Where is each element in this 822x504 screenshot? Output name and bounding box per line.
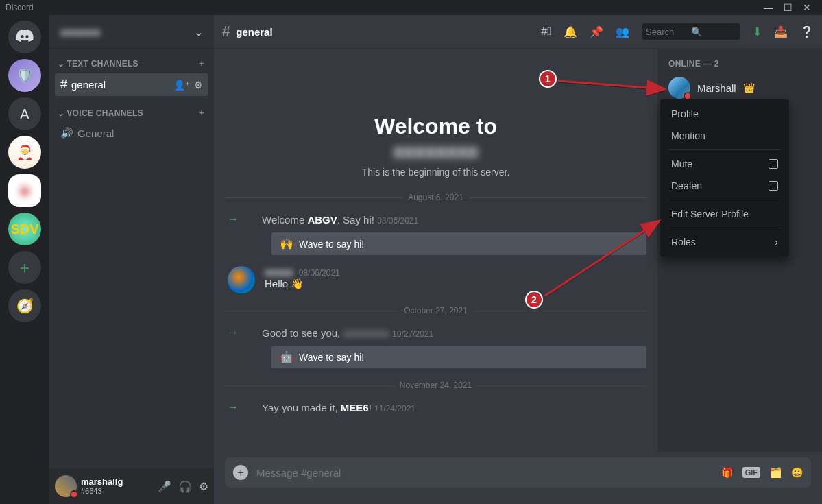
- guild-item-selected[interactable]: ■: [8, 174, 41, 207]
- member-name: Marshall: [697, 82, 736, 94]
- system-message: → Yay you made it, MEE6! 11/24/2021: [225, 397, 646, 418]
- system-message: → Good to see you, xxxxxxxxx 10/27/2021: [225, 322, 646, 343]
- voice-channels-category[interactable]: ⌄VOICE CHANNELS ＋: [55, 103, 208, 123]
- search-input[interactable]: Search🔍: [642, 23, 740, 40]
- guild-item[interactable]: A: [8, 97, 41, 130]
- explore-servers-button[interactable]: 🧭: [8, 289, 41, 322]
- add-server-button[interactable]: ＋: [8, 251, 41, 284]
- threads-icon[interactable]: #⃣: [541, 25, 551, 38]
- hash-icon: #: [60, 77, 67, 92]
- svg-line-0: [558, 81, 665, 89]
- wave-emoji-icon: 🤖: [280, 350, 293, 363]
- checkbox-icon: [769, 159, 778, 169]
- chevron-right-icon: ›: [775, 237, 778, 248]
- members-header: ONLINE — 2: [663, 59, 817, 74]
- channel-settings-icon[interactable]: ⚙: [194, 80, 203, 91]
- welcome-subtitle: This is the beginning of this server.: [225, 167, 646, 178]
- annotation-badge-2: 2: [525, 291, 543, 309]
- gift-icon[interactable]: 🎁: [721, 467, 733, 478]
- annotation-badge-1: 1: [539, 70, 557, 88]
- chevron-down-icon: ⌄: [194, 25, 203, 38]
- user-settings-icon[interactable]: ⚙: [199, 480, 208, 493]
- channel-general[interactable]: # general 👤⁺ ⚙: [55, 73, 208, 96]
- date-divider: October 27, 2021: [404, 306, 468, 315]
- annotation-arrow-1: [558, 73, 672, 96]
- window-close-icon[interactable]: ✕: [797, 2, 817, 13]
- channel-title: general: [236, 26, 272, 38]
- discord-home-button[interactable]: [8, 21, 41, 53]
- search-icon: 🔍: [691, 27, 736, 37]
- user-context-menu: Profile Mention Mute Deafen Edit Server …: [660, 99, 789, 257]
- member-row[interactable]: Marshall 👑 Profile Mention Mute Deafen E…: [663, 74, 817, 101]
- create-invite-icon[interactable]: 👤⁺: [173, 80, 190, 91]
- date-divider: November 24, 2021: [400, 381, 472, 390]
- channel-label: General: [77, 128, 114, 139]
- mute-icon[interactable]: 🎤: [158, 480, 171, 493]
- speaker-icon: 🔊: [60, 127, 73, 139]
- ctx-deafen[interactable]: Deafen: [664, 175, 785, 197]
- ctx-mute[interactable]: Mute: [664, 153, 785, 175]
- ctx-profile[interactable]: Profile: [664, 103, 785, 125]
- wave-button[interactable]: 🤖Wave to say hi!: [271, 346, 646, 368]
- message-composer[interactable]: ＋ Message #general 🎁 GIF 🗂️ 😀: [225, 457, 811, 488]
- user-tag: #6643: [81, 487, 154, 495]
- gif-button[interactable]: GIF: [742, 467, 760, 478]
- join-arrow-icon: →: [228, 213, 239, 226]
- guild-item[interactable]: SDV: [8, 213, 41, 245]
- date-divider: August 6, 2021: [408, 193, 463, 202]
- annotation-arrow-2: [544, 218, 665, 299]
- composer-placeholder: Message #general: [256, 467, 713, 479]
- guild-item[interactable]: 🛡️: [8, 59, 41, 92]
- add-channel-icon[interactable]: ＋: [197, 58, 206, 69]
- window-minimize-icon[interactable]: —: [759, 2, 778, 13]
- emoji-icon[interactable]: 😀: [791, 467, 803, 478]
- deafen-icon[interactable]: 🎧: [178, 480, 192, 493]
- join-arrow-icon: →: [228, 401, 239, 413]
- notifications-icon[interactable]: 🔔: [564, 25, 577, 38]
- user-panel: marshallg #6643 🎤 🎧 ⚙: [49, 468, 214, 504]
- voice-channel-general[interactable]: 🔊 General: [55, 123, 208, 143]
- welcome-title: Welcome to: [225, 114, 646, 139]
- members-icon[interactable]: 👥: [616, 25, 629, 38]
- wave-emoji-icon: 🙌: [280, 237, 293, 250]
- window-maximize-icon[interactable]: ☐: [778, 2, 797, 13]
- svg-line-1: [544, 221, 660, 296]
- ctx-mention[interactable]: Mention: [664, 125, 785, 147]
- app-title: Discord: [5, 3, 34, 12]
- inbox-icon[interactable]: 📥: [774, 25, 788, 38]
- server-header[interactable]: xxxxxxx ⌄: [49, 15, 214, 48]
- hash-icon: #: [222, 23, 230, 40]
- member-list: ONLINE — 2 Marshall 👑 Profile Mention Mu…: [657, 48, 822, 452]
- wave-emoji-icon: 👋: [291, 278, 304, 289]
- crown-icon: 👑: [743, 82, 755, 93]
- status-dnd-icon: [70, 490, 78, 499]
- text-channels-category[interactable]: ⌄TEXT CHANNELS ＋: [55, 53, 208, 73]
- help-icon[interactable]: ❔: [800, 25, 814, 38]
- download-icon[interactable]: ⬇: [753, 25, 762, 38]
- guild-item[interactable]: 🎅: [8, 136, 41, 169]
- add-channel-icon[interactable]: ＋: [197, 107, 206, 119]
- sticker-icon[interactable]: 🗂️: [770, 467, 782, 478]
- attach-icon[interactable]: ＋: [233, 465, 248, 480]
- ctx-edit-server-profile[interactable]: Edit Server Profile: [664, 203, 785, 225]
- checkbox-icon: [769, 181, 778, 191]
- user-name: marshallg: [81, 477, 154, 487]
- pinned-icon[interactable]: 📌: [590, 25, 603, 38]
- guild-rail: 🛡️ A 🎅 ■ SDV ＋ 🧭: [0, 15, 49, 504]
- avatar[interactable]: [228, 266, 255, 293]
- join-arrow-icon: →: [228, 326, 239, 339]
- channel-label: general: [71, 79, 106, 91]
- ctx-roles[interactable]: Roles›: [664, 231, 785, 253]
- avatar[interactable]: [55, 475, 77, 497]
